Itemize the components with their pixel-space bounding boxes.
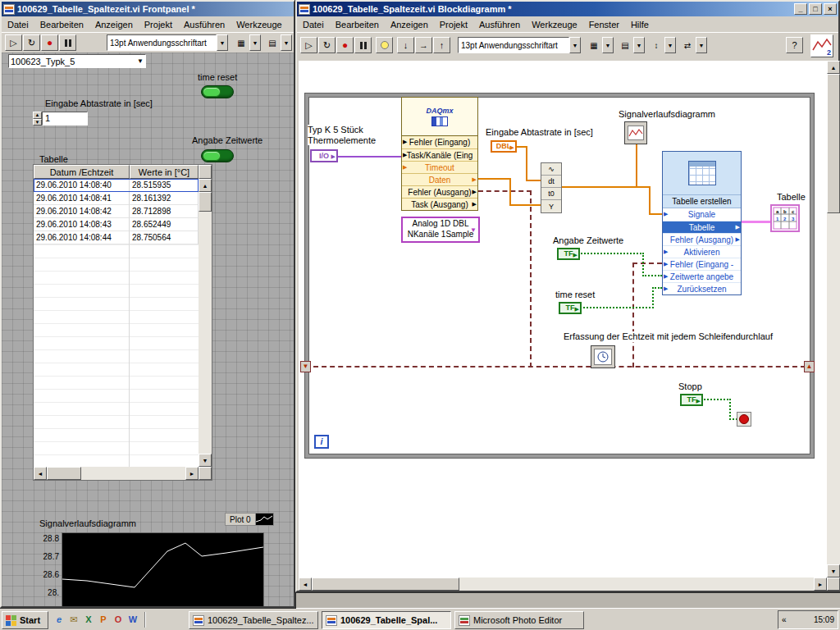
io-terminal[interactable]: I/O▶ <box>310 149 338 162</box>
time-reset-label[interactable]: time reset <box>555 290 595 300</box>
vscroll-thumb[interactable] <box>827 74 840 213</box>
hscroll-thumb[interactable] <box>47 467 81 480</box>
scroll-down-icon[interactable]: ▼ <box>199 454 212 467</box>
daq-row-timeout[interactable]: ▶Timeout <box>402 161 477 173</box>
run-continuous-button[interactable]: ↻ <box>23 34 40 51</box>
menu-datei[interactable]: Datei <box>2 18 34 31</box>
express-row-fehler-eingang[interactable]: ▶Fehler (Eingang - <box>663 258 741 270</box>
reorder-dropdown[interactable]: ⇄ ▼ <box>679 37 707 53</box>
scroll-right-icon[interactable]: ► <box>814 578 827 591</box>
tray-chevron[interactable]: « <box>782 615 787 624</box>
menu-ausfuehren[interactable]: Ausführen <box>178 18 231 31</box>
menu-projekt[interactable]: Projekt <box>139 18 178 31</box>
express-vi-build-table[interactable]: Tabelle erstellen ▶Signale Tabelle▶ Fehl… <box>662 151 742 295</box>
scroll-left-icon[interactable]: ◄ <box>34 467 47 480</box>
table-cell[interactable]: 28.750564 <box>130 231 199 244</box>
table-row[interactable]: 29.06.2010 14:08:43 28.652449 <box>34 218 199 231</box>
scroll-up-icon[interactable]: ▲ <box>827 61 840 74</box>
table-row[interactable]: 29.06.2010 14:08:44 28.750564 <box>34 231 199 244</box>
scroll-right-icon[interactable]: ► <box>185 467 199 480</box>
shift-register-right[interactable]: ▲ <box>804 361 815 372</box>
table-cell[interactable]: 28.161392 <box>130 192 199 205</box>
photo-editor-icon[interactable]: O <box>112 613 125 626</box>
table-cell[interactable]: 28.652449 <box>130 218 199 231</box>
run-continuous-button[interactable]: ↻ <box>318 37 336 53</box>
daq-row-fehler-eingang[interactable]: ▶Fehler (Eingang) <box>402 136 477 148</box>
menu-anzeigen[interactable]: Anzeigen <box>385 18 434 31</box>
font-dropdown[interactable]: 13pt Anwendungsschriftart ▼ <box>107 34 228 51</box>
task-button-frontpanel[interactable]: 100629_Tabelle_Spaltez... <box>189 611 318 629</box>
font-dropdown[interactable]: 13pt Anwendungsschriftart ▼ <box>458 37 581 53</box>
powerpoint-icon[interactable]: P <box>97 613 110 626</box>
decrement-button[interactable]: ▼ <box>33 119 42 126</box>
excel-icon[interactable]: X <box>82 613 95 626</box>
hscroll-thumb[interactable] <box>312 578 459 591</box>
chart-terminal-label[interactable]: Signalverlaufsdiagramm <box>619 109 715 120</box>
express-row-fehler-ausgang[interactable]: Fehler (Ausgang)▶ <box>663 233 741 245</box>
time-reset-switch[interactable] <box>201 85 234 98</box>
close-button[interactable]: × <box>824 3 837 15</box>
table-cell[interactable]: 28.515935 <box>130 179 199 192</box>
tf-terminal-stopp[interactable]: TF▶ <box>680 394 703 406</box>
step-into-button[interactable]: ↓ <box>397 37 414 53</box>
menu-fenster[interactable]: Fenster <box>583 18 625 31</box>
pause-button[interactable] <box>354 37 372 53</box>
waveform-chart-terminal[interactable] <box>624 121 647 144</box>
increment-button[interactable]: ▲ <box>33 112 42 119</box>
menu-hilfe[interactable]: Hilfe <box>625 18 655 31</box>
blockdiagram-titlebar[interactable]: 100629_Tabelle_Spaltezeit.vi Blockdiagra… <box>297 2 838 16</box>
table-cell[interactable]: 29.06.2010 14:08:42 <box>34 205 130 218</box>
express-row-zeitwerte[interactable]: ▶Zeitwerte angebe <box>663 270 741 282</box>
express-row-tabelle[interactable]: Tabelle▶ <box>663 221 741 233</box>
table-header-werte[interactable]: Werte in [°C] <box>130 165 199 179</box>
word-icon[interactable]: W <box>126 613 139 626</box>
daq-read-node[interactable]: DAQmx ▶Fehler (Eingang) ▶Task/Kanäle (Ei… <box>401 97 478 211</box>
menu-werkzeuge[interactable]: Werkzeuge <box>231 18 287 31</box>
scroll-left-icon[interactable]: ◄ <box>299 578 312 591</box>
dbl-terminal[interactable]: DBL▶ <box>491 140 517 153</box>
align-objects-dropdown[interactable]: ▦ ▼ <box>233 34 261 51</box>
echtzeit-label[interactable]: Erfassung der Echtzeit mit jedem Schleif… <box>564 331 773 342</box>
get-datetime-node[interactable] <box>591 345 615 368</box>
table-header-datum[interactable]: Datum /Echtzeit <box>34 165 130 179</box>
mail-icon[interactable]: ✉ <box>67 613 80 626</box>
vscroll-thumb[interactable] <box>199 192 212 212</box>
angabe-zeitwerte-switch[interactable] <box>201 149 234 162</box>
stopp-label[interactable]: Stopp <box>678 381 702 392</box>
menu-anzeigen[interactable]: Anzeigen <box>89 18 139 31</box>
table-row[interactable]: 29.06.2010 14:08:41 28.161392 <box>34 192 199 205</box>
menu-bearbeiten[interactable]: Bearbeiten <box>34 18 89 31</box>
thermo-label[interactable]: Typ K 5 Stück Thermoelemente <box>308 125 380 145</box>
daq-row-daten[interactable]: Daten▶ <box>402 173 477 185</box>
menu-ausfuehren[interactable]: Ausführen <box>473 18 526 31</box>
menu-bearbeiten[interactable]: Bearbeiten <box>330 18 385 31</box>
express-row-zuruecksetzen[interactable]: ▶Zurücksetzen <box>663 282 741 294</box>
menu-fenster[interactable]: Fen <box>288 18 294 31</box>
table-cell[interactable]: 28.712898 <box>130 205 199 218</box>
abtastrate-label[interactable]: Eingabe Abtastrate in [sec] <box>486 127 593 138</box>
iteration-terminal[interactable]: i <box>314 435 329 449</box>
frontpanel-titlebar[interactable]: 100629_Tabelle_Spaltezeit.vi Frontpanel … <box>2 2 294 16</box>
menu-projekt[interactable]: Projekt <box>434 18 473 31</box>
menu-datei[interactable]: Datei <box>297 18 330 31</box>
minimize-button[interactable]: _ <box>794 3 807 15</box>
abort-button[interactable]: ● <box>336 37 354 53</box>
table-cell[interactable]: 29.06.2010 14:08:40 <box>34 179 130 192</box>
distribute-objects-dropdown[interactable]: ▤ ▼ <box>617 37 645 53</box>
shift-register-left[interactable]: ▼ <box>300 361 311 372</box>
table-row[interactable]: 29.06.2010 14:08:40 28.515935 <box>34 179 199 192</box>
scroll-down-icon[interactable]: ▼ <box>827 564 840 578</box>
daq-row-task-kanaele[interactable]: ▶Task/Kanäle (Eing <box>402 148 477 161</box>
scroll-up-icon[interactable]: ▲ <box>199 179 212 192</box>
pause-button[interactable] <box>59 34 76 51</box>
tf-terminal-time-reset[interactable]: TF▶ <box>559 302 582 314</box>
task-button-blockdiagram[interactable]: 100629_Tabelle_Spal... <box>322 611 451 629</box>
table-indicator-terminal[interactable]: abc 123 <box>770 204 800 232</box>
table-cell[interactable]: 29.06.2010 14:08:43 <box>34 218 130 231</box>
loop-condition-terminal[interactable] <box>737 412 751 427</box>
express-row-signale[interactable]: ▶Signale <box>663 208 741 221</box>
step-over-button[interactable]: → <box>415 37 432 53</box>
task-button-photo-editor[interactable]: Microsoft Photo Editor <box>454 611 584 629</box>
table-cell[interactable]: 29.06.2010 14:08:44 <box>34 231 130 244</box>
abtastrate-input[interactable]: 1 <box>42 112 88 126</box>
